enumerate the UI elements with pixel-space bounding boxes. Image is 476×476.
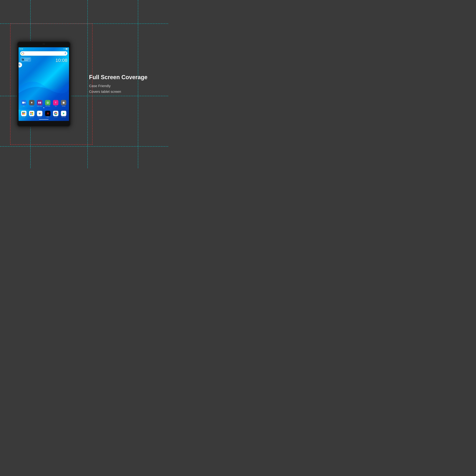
- svg-rect-3: [65, 52, 66, 54]
- app-row-1: Duo Camera: [20, 100, 68, 107]
- app-assistant[interactable]: Assistant: [37, 111, 42, 118]
- svg-marker-2: [64, 49, 64, 50]
- netflix-label: Netflix: [46, 117, 49, 118]
- status-icons: [63, 48, 68, 50]
- google-icon: [21, 111, 27, 116]
- svg-text:T: T: [55, 102, 56, 104]
- google-label: Google: [22, 117, 25, 118]
- svg-rect-26: [32, 114, 33, 115]
- playstore-icon: [61, 111, 66, 116]
- google-logo-icon: [21, 52, 24, 55]
- assistant-label: Assistant: [38, 117, 42, 118]
- dolby-label: Dolby Atmos: [37, 106, 43, 107]
- tablet-device: 10:08: [17, 41, 71, 127]
- kids-icon: [45, 100, 51, 105]
- svg-text:N: N: [47, 112, 49, 115]
- microsoft-icon: [29, 111, 34, 116]
- settings-icon: [61, 100, 66, 105]
- app-netflix[interactable]: N Netflix: [45, 111, 51, 118]
- app-duo[interactable]: Duo: [21, 100, 27, 107]
- svg-rect-25: [30, 114, 32, 115]
- app-kids[interactable]: Kid's Mode: [45, 100, 51, 107]
- duo-label: Duo: [23, 106, 25, 107]
- home-bar: [39, 119, 49, 120]
- svg-rect-22: [24, 113, 25, 115]
- main-heading: Full Screen Coverage: [89, 74, 163, 81]
- kids-label: Kid's Mode: [45, 106, 50, 107]
- app-chrome[interactable]: Chrome: [53, 111, 58, 118]
- main-content: 10:08: [0, 0, 168, 168]
- assistant-icon: [37, 111, 42, 116]
- weather-widget: 🌤 Cloudy,28° Beijing: [20, 57, 31, 62]
- weather-city: Beijing: [25, 60, 30, 61]
- text-section: Full Screen Coverage Case Friendly Cover…: [87, 71, 168, 98]
- mic-icon: [65, 52, 66, 55]
- dot-indicator: [43, 107, 44, 108]
- svg-point-14: [47, 102, 48, 103]
- wifi-icon: [63, 48, 65, 50]
- screen-background: 10:08: [18, 47, 69, 121]
- search-bar[interactable]: [20, 51, 68, 56]
- svg-point-36: [55, 113, 56, 114]
- svg-point-9: [32, 102, 32, 103]
- sub-text-1: Case Friendly: [89, 83, 163, 89]
- duo-icon: [21, 100, 27, 105]
- app-row-2: Google: [20, 111, 68, 118]
- microsoft-label: Microsoft: [30, 117, 34, 118]
- svg-rect-11: [38, 102, 39, 104]
- tablet-section: 10:08: [0, 0, 87, 168]
- weather-condition: Cloudy,28°: [25, 58, 30, 60]
- app-google[interactable]: Google: [21, 111, 27, 118]
- svg-rect-24: [32, 112, 33, 113]
- app-tips[interactable]: T Tips: [53, 100, 58, 107]
- app-camera[interactable]: Camera: [29, 100, 34, 107]
- dolby-icon: [37, 100, 42, 105]
- bolt-icon: [18, 63, 21, 67]
- svg-rect-20: [22, 112, 24, 113]
- svg-marker-5: [18, 63, 20, 67]
- weather-icon: 🌤: [21, 58, 24, 61]
- camera-icon: [29, 100, 34, 105]
- svg-point-30: [39, 113, 40, 114]
- svg-marker-7: [24, 102, 25, 104]
- app-settings[interactable]: Settings: [61, 100, 66, 107]
- svg-rect-12: [40, 102, 41, 104]
- settings-label: Settings: [62, 106, 66, 107]
- svg-rect-6: [22, 102, 24, 104]
- tips-icon: T: [53, 100, 58, 105]
- tablet-screen: 10:08: [18, 47, 69, 121]
- svg-rect-23: [30, 112, 32, 113]
- svg-rect-10: [31, 102, 32, 102]
- svg-rect-19: [22, 113, 24, 115]
- battery-icon: [66, 48, 68, 50]
- app-dolby[interactable]: Dolby Atmos: [37, 100, 42, 107]
- svg-rect-21: [24, 112, 25, 113]
- status-bar: 10:08: [18, 47, 69, 51]
- app-playstore[interactable]: Play Store: [61, 111, 66, 118]
- tips-label: Tips: [55, 106, 57, 107]
- status-time: 10:08: [20, 48, 23, 50]
- app-microsoft[interactable]: Microsoft: [29, 111, 34, 118]
- playstore-label: Play Store: [62, 117, 66, 118]
- weather-text: Cloudy,28° Beijing: [25, 58, 30, 61]
- chrome-label: Chrome: [54, 117, 57, 118]
- chrome-icon: [53, 111, 58, 116]
- big-clock: 10:08: [55, 58, 68, 63]
- netflix-icon: N: [45, 111, 51, 116]
- camera-label: Camera: [30, 106, 33, 107]
- tablet-camera: [43, 43, 45, 45]
- svg-point-15: [48, 102, 48, 103]
- sub-text-2: Covers tablet screen: [89, 89, 163, 94]
